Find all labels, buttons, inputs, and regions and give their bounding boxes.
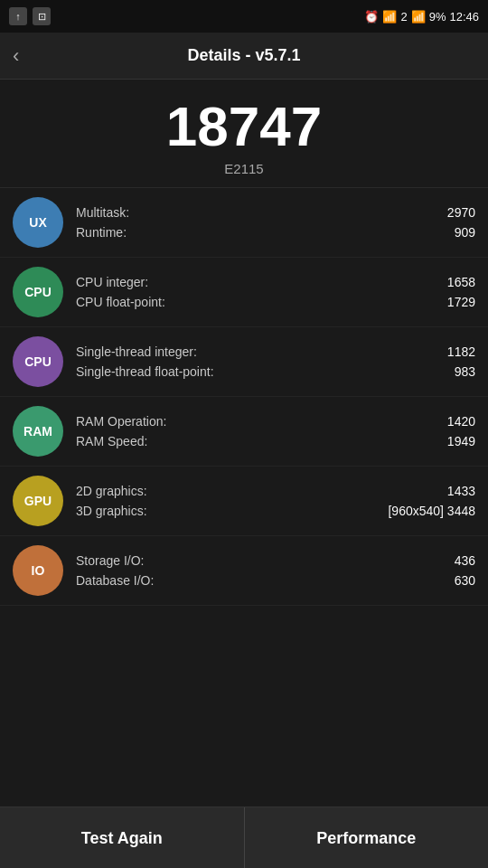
screenshot-icon: ⊡ [33,7,51,25]
metric-value: 983 [455,364,475,379]
badge-gpu-4: GPU [13,476,63,526]
battery-label: 9% [429,10,446,24]
wifi-icon: 📶 [382,10,397,24]
metric-value: 2970 [447,205,475,220]
metric-value: 1949 [447,434,475,448]
status-bar: ↑ ⊡ ⏰ 📶 2 📶 9% 12:46 [0,0,488,33]
metric-row: CPUSingle-thread integer:1182Single-thre… [0,327,488,397]
metric-value: 1658 [447,275,475,289]
metric-label: Runtime: [76,225,127,240]
metric-line: RAM Operation:1420 [76,411,475,431]
upload-icon: ↑ [9,7,27,25]
back-button[interactable]: ‹ [13,44,19,68]
metric-line: Storage I/O:436 [76,551,475,571]
metric-label: Storage I/O: [76,553,144,568]
metrics-list: UXMultitask:2970Runtime:909CPUCPU intege… [0,188,488,615]
metric-value: 1182 [447,344,475,359]
metric-details: Storage I/O:436Database I/O:630 [76,551,475,590]
metric-details: Multitask:2970Runtime:909 [76,203,475,242]
metric-line: Runtime:909 [76,222,475,242]
badge-cpu-2: CPU [13,336,63,387]
metric-line: 3D graphics:[868x488] 3448 [76,501,475,521]
metric-label: Database I/O: [76,573,154,588]
sim-icon: 2 [400,10,407,24]
metric-line: Single-thread integer:1182 [76,342,475,362]
metric-line: 2D graphics:1433 [76,481,475,501]
header-title: Details - v5.7.1 [187,46,300,65]
metric-row: UXMultitask:2970Runtime:909 [0,188,488,258]
metric-line: CPU float-point:1729 [76,292,475,312]
metric-value: 630 [455,573,475,588]
metric-row: IOStorage I/O:436Database I/O:630 [0,536,488,606]
performance-button[interactable]: Performance [245,807,489,868]
metric-row: GPU2D graphics:14333D graphics:[868x488]… [0,467,488,536]
metric-value: 909 [455,225,475,240]
metric-label: Multitask: [76,205,129,220]
metric-value: 1420 [447,414,475,429]
metric-line: Single-thread float-point:983 [76,362,475,382]
metric-label: 2D graphics: [76,484,147,498]
score-number: 18747 [0,96,488,157]
metric-line: Multitask:2970 [76,203,475,222]
status-bar-left: ↑ ⊡ [9,7,51,25]
metric-label: CPU float-point: [76,295,165,309]
score-device: E2115 [0,161,488,176]
metric-label: 3D graphics: [76,504,147,518]
metric-row: CPUCPU integer:1658CPU float-point:1729 [0,258,488,327]
signal-icon: 📶 [411,10,426,24]
metric-details: Single-thread integer:1182Single-thread … [76,342,475,382]
metric-line: CPU integer:1658 [76,272,475,292]
metric-label: RAM Operation: [76,414,166,429]
metric-line: RAM Speed:1949 [76,431,475,451]
metric-details: CPU integer:1658CPU float-point:1729 [76,272,475,312]
header: ‹ Details - v5.7.1 [0,33,488,80]
badge-io-5: IO [13,545,63,596]
metric-line: Database I/O:630 [76,571,475,590]
metric-row: RAMRAM Operation:1420RAM Speed:1949 [0,397,488,467]
metric-value: [868x488] 3448 [388,504,475,518]
test-again-button[interactable]: Test Again [0,807,245,868]
badge-cpu-1: CPU [13,267,63,317]
metric-label: RAM Speed: [76,434,147,448]
alarm-icon: ⏰ [364,10,379,24]
badge-ux-0: UX [13,197,63,248]
badge-ram-3: RAM [13,406,63,457]
status-bar-right: ⏰ 📶 2 📶 9% 12:46 [364,10,479,24]
metric-label: CPU integer: [76,275,148,289]
metric-label: Single-thread integer: [76,344,197,359]
metric-value: 1729 [447,295,475,309]
metric-label: Single-thread float-point: [76,364,214,379]
score-section: 18747 E2115 [0,80,488,188]
bottom-buttons: Test Again Performance [0,807,488,868]
metric-details: RAM Operation:1420RAM Speed:1949 [76,411,475,451]
metric-value: 1433 [447,484,475,498]
metric-value: 436 [455,553,475,568]
time-label: 12:46 [449,10,479,24]
metric-details: 2D graphics:14333D graphics:[868x488] 34… [76,481,475,521]
